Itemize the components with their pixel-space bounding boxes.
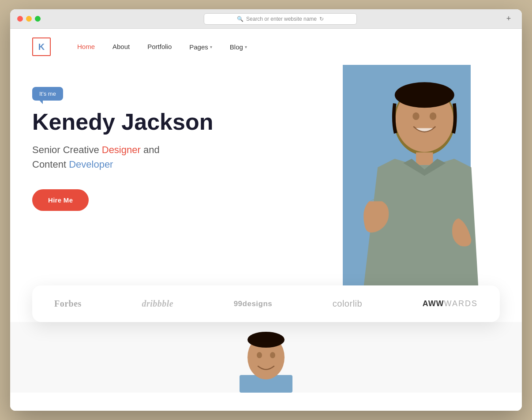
nav-about[interactable]: About	[112, 43, 130, 50]
nav-blog[interactable]: Blog ▾	[230, 43, 247, 51]
browser-chrome: 🔍 Search or enter website name ↻ +	[10, 9, 522, 29]
browser-window: 🔍 Search or enter website name ↻ + K Hom…	[10, 9, 522, 411]
brand-awwwards: AWWWARDS	[423, 299, 478, 308]
close-button[interactable]	[17, 16, 23, 22]
traffic-lights	[17, 16, 41, 22]
brand-forbes: Forbes	[54, 299, 82, 309]
nav-pages[interactable]: Pages ▾	[189, 43, 212, 51]
svg-point-5	[395, 82, 454, 108]
brand-99designs: 99designs	[234, 300, 273, 308]
nav-portfolio[interactable]: Portfolio	[147, 43, 172, 50]
svg-point-9	[270, 352, 275, 358]
svg-point-10	[247, 332, 285, 348]
person-svg	[323, 74, 509, 312]
person-image	[215, 65, 522, 312]
svg-point-2	[412, 112, 419, 120]
svg-point-8	[257, 352, 262, 358]
hero-section: It's me Kenedy Jackson Senior Creative D…	[10, 65, 522, 312]
website-content: K Home About Portfolio Pages ▾ Blog ▾	[10, 29, 522, 411]
pages-dropdown-icon: ▾	[210, 45, 212, 49]
speech-bubble: It's me	[32, 87, 63, 101]
nav-home[interactable]: Home	[77, 43, 95, 50]
svg-rect-4	[416, 152, 433, 165]
bottom-person-peek	[235, 331, 297, 393]
maximize-button[interactable]	[35, 16, 41, 22]
svg-point-3	[430, 112, 436, 120]
logo[interactable]: K	[32, 38, 51, 56]
brand-dribbble: dribbble	[142, 299, 173, 309]
blog-dropdown-icon: ▾	[245, 45, 247, 49]
address-bar[interactable]: 🔍 Search or enter website name ↻	[204, 13, 357, 25]
minimize-button[interactable]	[26, 16, 32, 22]
new-tab-button[interactable]: +	[502, 13, 515, 25]
brand-colorlib: colorlib	[333, 299, 362, 309]
bottom-section	[10, 322, 522, 393]
brands-section: Forbes dribbble 99designs colorlib AWWWA…	[32, 285, 500, 322]
hire-me-button[interactable]: Hire Me	[32, 189, 89, 211]
search-icon: 🔍	[237, 16, 244, 22]
nav-links: Home About Portfolio Pages ▾ Blog ▾	[77, 43, 247, 51]
address-text: Search or enter website name	[246, 16, 317, 22]
refresh-icon[interactable]: ↻	[319, 16, 324, 22]
navbar: K Home About Portfolio Pages ▾ Blog ▾	[10, 29, 522, 65]
